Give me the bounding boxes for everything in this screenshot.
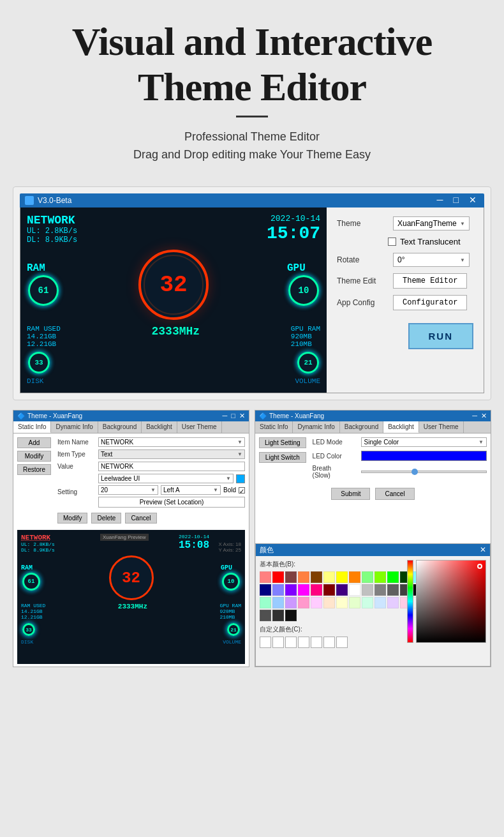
- color-swatch-item[interactable]: [362, 597, 373, 608]
- rotate-select[interactable]: 0° ▼: [393, 253, 470, 267]
- form-modify-button[interactable]: Modify: [57, 513, 87, 524]
- color-swatch-item[interactable]: [285, 597, 297, 608]
- light-setting-button[interactable]: Light Setting: [259, 437, 306, 448]
- run-button[interactable]: RUN: [408, 323, 474, 349]
- bold-label: Bold: [223, 486, 236, 494]
- color-swatch-item[interactable]: [387, 597, 399, 608]
- led-color-label: LED Color: [313, 453, 357, 460]
- tab-dynamic-info[interactable]: Dynamic Info: [51, 421, 98, 433]
- breath-slider-thumb: [411, 469, 418, 475]
- color-swatch-item[interactable]: [285, 584, 297, 596]
- br-tab-backlight[interactable]: Backlight: [383, 421, 419, 433]
- color-swatch-item[interactable]: [336, 584, 348, 596]
- mini-center-gauge: 32: [109, 555, 154, 600]
- color-picker-close-button[interactable]: ✕: [480, 545, 486, 555]
- color-swatch-item[interactable]: [272, 571, 284, 583]
- br-minimize-button[interactable]: ─: [472, 412, 477, 420]
- value-input[interactable]: [98, 462, 245, 471]
- led-color-bar[interactable]: [361, 451, 487, 461]
- color-swatch-item[interactable]: [311, 571, 322, 583]
- br-tab-background[interactable]: Background: [340, 421, 383, 433]
- color-swatch-item[interactable]: [298, 571, 309, 583]
- add-button[interactable]: Add: [17, 437, 51, 448]
- mini-freq: 2333MHz: [118, 603, 147, 637]
- led-mode-select[interactable]: Single Color ▼: [361, 437, 487, 447]
- disk-label: DISK: [27, 377, 43, 385]
- color-swatch-item[interactable]: [260, 571, 271, 583]
- color-swatch-item[interactable]: [260, 610, 271, 621]
- custom-swatch-7[interactable]: [336, 637, 348, 648]
- item-name-select[interactable]: NETWORK ▼: [98, 437, 245, 447]
- color-swatch-item[interactable]: [272, 597, 284, 608]
- br-tab-user-theme[interactable]: User Theme: [419, 421, 464, 433]
- color-swatch[interactable]: [236, 474, 245, 483]
- delete-button[interactable]: Delete: [91, 513, 121, 524]
- rb-cancel-button[interactable]: Cancel: [375, 488, 414, 500]
- configurator-button[interactable]: Configurator: [393, 295, 467, 310]
- color-swatch-item[interactable]: [260, 597, 271, 608]
- br-tab-static-info[interactable]: Static Info: [255, 421, 293, 433]
- bl-minimize-button[interactable]: ─: [223, 412, 228, 420]
- br-tab-dynamic-info[interactable]: Dynamic Info: [293, 421, 339, 433]
- custom-swatch-4[interactable]: [298, 637, 309, 648]
- color-swatch-item[interactable]: [272, 584, 284, 596]
- color-swatch-item[interactable]: [362, 571, 373, 583]
- color-swatch-item[interactable]: [298, 597, 309, 608]
- color-swatch-item[interactable]: [374, 597, 386, 608]
- color-swatch-item[interactable]: [285, 571, 297, 583]
- minimize-button[interactable]: ─: [434, 196, 446, 205]
- color-swatch-item[interactable]: [349, 584, 360, 596]
- tab-static-info[interactable]: Static Info: [13, 421, 51, 433]
- color-swatch-item[interactable]: [323, 571, 335, 583]
- modify-button[interactable]: Modify: [17, 451, 51, 462]
- font-size-select[interactable]: 20 ▼: [98, 485, 158, 495]
- color-swatch-item[interactable]: [285, 610, 297, 621]
- color-gradient-area[interactable]: [416, 560, 486, 643]
- custom-swatch-5[interactable]: [311, 637, 322, 648]
- color-swatch-item[interactable]: [374, 584, 386, 596]
- submit-button[interactable]: Submit: [331, 488, 370, 500]
- y-axis: Y Axis: 25: [218, 547, 241, 553]
- custom-swatch-1[interactable]: [260, 637, 271, 648]
- color-swatch-item[interactable]: [260, 584, 271, 596]
- color-swatch-item[interactable]: [336, 597, 348, 608]
- theme-edit-label: Theme Edit: [337, 276, 388, 285]
- color-swatch-item[interactable]: [298, 584, 309, 596]
- tab-background[interactable]: Background: [98, 421, 142, 433]
- color-swatch-item[interactable]: [323, 584, 335, 596]
- theme-editor-button[interactable]: Theme Editor: [393, 273, 467, 289]
- align-select[interactable]: Left A ▼: [161, 485, 221, 495]
- color-swatch-item[interactable]: [387, 584, 399, 596]
- font-select[interactable]: Leelwadee UI ▼: [98, 474, 233, 483]
- color-swatch-item[interactable]: [349, 597, 360, 608]
- br-close-button[interactable]: ✕: [481, 412, 487, 420]
- bold-checkbox[interactable]: ✓: [239, 487, 245, 494]
- color-swatch-item[interactable]: [311, 597, 322, 608]
- maximize-button[interactable]: □: [451, 196, 461, 205]
- custom-swatch-6[interactable]: [323, 637, 335, 648]
- theme-select[interactable]: XuanFangTheme ▼: [393, 216, 470, 230]
- cancel-button[interactable]: Cancel: [125, 513, 156, 524]
- bl-close-button[interactable]: ✕: [239, 412, 245, 420]
- text-translucent-checkbox[interactable]: [388, 238, 396, 246]
- hue-bar[interactable]: [407, 560, 413, 643]
- custom-swatch-2[interactable]: [272, 637, 284, 648]
- color-swatch-item[interactable]: [374, 571, 386, 583]
- restore-button[interactable]: Restore: [17, 464, 51, 475]
- tab-backlight[interactable]: Backlight: [142, 421, 177, 433]
- tab-user-theme[interactable]: User Theme: [177, 421, 222, 433]
- color-swatch-item[interactable]: [272, 610, 284, 621]
- close-button[interactable]: ✕: [466, 196, 479, 205]
- custom-swatch-3[interactable]: [285, 637, 297, 648]
- color-swatch-item[interactable]: [311, 584, 322, 596]
- color-swatch-item[interactable]: [387, 571, 399, 583]
- color-swatch-item[interactable]: [362, 584, 373, 596]
- color-swatch-item[interactable]: [349, 571, 360, 583]
- light-switch-button[interactable]: Light Switch: [259, 452, 306, 463]
- bl-maximize-button[interactable]: □: [231, 412, 235, 420]
- color-swatch-item[interactable]: [323, 597, 335, 608]
- main-app-body: NETWORK UL: 2.8KB/s DL: 8.9KB/s 2022-10-…: [20, 207, 484, 393]
- preview-location-button[interactable]: Preview (Set Location): [98, 497, 245, 508]
- breath-slider[interactable]: [361, 471, 487, 473]
- color-swatch-item[interactable]: [336, 571, 348, 583]
